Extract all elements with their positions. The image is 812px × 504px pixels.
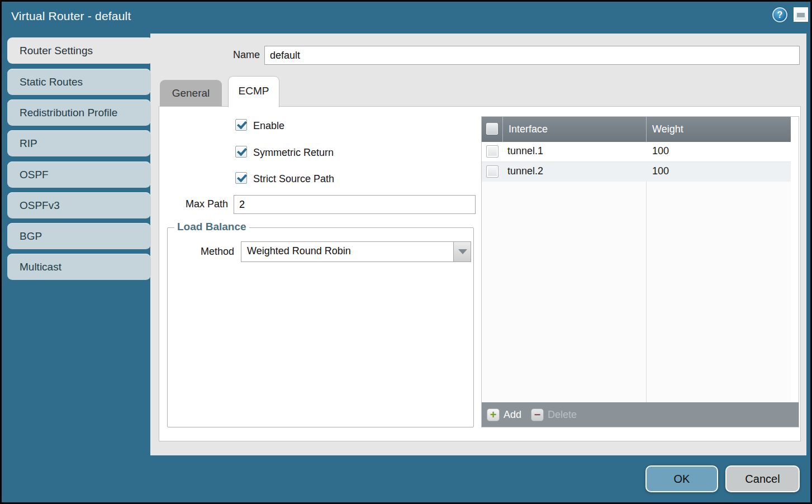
- delete-minus-icon: −: [531, 408, 544, 421]
- interface-cell: tunnel.2: [507, 165, 543, 177]
- method-label: Method: [178, 246, 234, 258]
- table-toolbar: + Add − Delete: [482, 402, 799, 427]
- symmetric-return-label: Symmetric Return: [253, 147, 334, 159]
- sidebar-item-rip[interactable]: RIP: [7, 130, 151, 156]
- cancel-button[interactable]: Cancel: [725, 465, 800, 492]
- delete-button[interactable]: − Delete: [531, 402, 577, 427]
- method-dropdown[interactable]: Weighted Round Robin: [241, 241, 471, 262]
- strict-source-path-label: Strict Source Path: [253, 173, 334, 185]
- select-all-cell: [482, 117, 503, 142]
- ok-button[interactable]: OK: [645, 465, 718, 492]
- add-button[interactable]: + Add: [487, 402, 521, 427]
- weight-cell: 100: [652, 165, 669, 177]
- sidebar-item-static-routes[interactable]: Static Routes: [7, 69, 151, 95]
- tab-general[interactable]: General: [160, 80, 222, 106]
- help-icon[interactable]: ?: [772, 7, 787, 22]
- enable-label: Enable: [253, 120, 284, 132]
- interface-cell: tunnel.1: [507, 145, 543, 157]
- interface-table: Interface Weight tunnel.1 100 tunnel.2 1…: [481, 116, 799, 427]
- dialog-title: Virtual Router - default: [11, 9, 131, 23]
- sidebar-item-bgp[interactable]: BGP: [7, 223, 151, 249]
- max-path-label: Max Path: [164, 198, 228, 210]
- sidebar-item-multicast[interactable]: Multicast: [7, 254, 151, 280]
- name-input[interactable]: [264, 46, 800, 65]
- delete-button-label: Delete: [548, 409, 577, 421]
- table-row[interactable]: tunnel.1 100: [482, 142, 791, 161]
- window-restore-icon-glyph: [797, 13, 805, 17]
- virtual-router-dialog: Virtual Router - default ? Router Settin…: [0, 0, 812, 504]
- table-row[interactable]: tunnel.2 100: [482, 162, 791, 182]
- load-balance-legend: Load Balance: [174, 221, 249, 233]
- max-path-input[interactable]: [234, 195, 476, 214]
- select-all-checkbox[interactable]: [486, 123, 498, 135]
- column-header-interface[interactable]: Interface: [503, 117, 647, 142]
- enable-checkbox[interactable]: [235, 119, 247, 131]
- method-selected-value: Weighted Round Robin: [247, 245, 351, 257]
- sidebar-item-ospfv3[interactable]: OSPFv3: [7, 192, 151, 218]
- weight-cell: 100: [652, 145, 669, 157]
- sidebar-item-ospf[interactable]: OSPF: [7, 161, 151, 188]
- add-plus-icon: +: [487, 408, 500, 421]
- row-checkbox[interactable]: [486, 145, 498, 158]
- sidebar-item-redistribution-profile[interactable]: Redistribution Profile: [7, 99, 151, 126]
- chevron-down-icon[interactable]: [453, 242, 471, 261]
- add-button-label: Add: [504, 409, 521, 421]
- row-checkbox[interactable]: [486, 165, 498, 178]
- titlebar: Virtual Router - default ?: [2, 2, 810, 32]
- table-scroll-gutter[interactable]: [791, 117, 799, 427]
- table-header: Interface Weight: [482, 117, 791, 142]
- column-header-weight[interactable]: Weight: [647, 117, 791, 142]
- window-restore-icon[interactable]: [794, 7, 808, 22]
- sidebar-item-router-settings[interactable]: Router Settings: [7, 37, 154, 64]
- tab-ecmp[interactable]: ECMP: [228, 76, 279, 107]
- strict-source-path-checkbox[interactable]: [235, 172, 247, 184]
- name-label: Name: [201, 49, 260, 61]
- symmetric-return-checkbox[interactable]: [235, 146, 247, 158]
